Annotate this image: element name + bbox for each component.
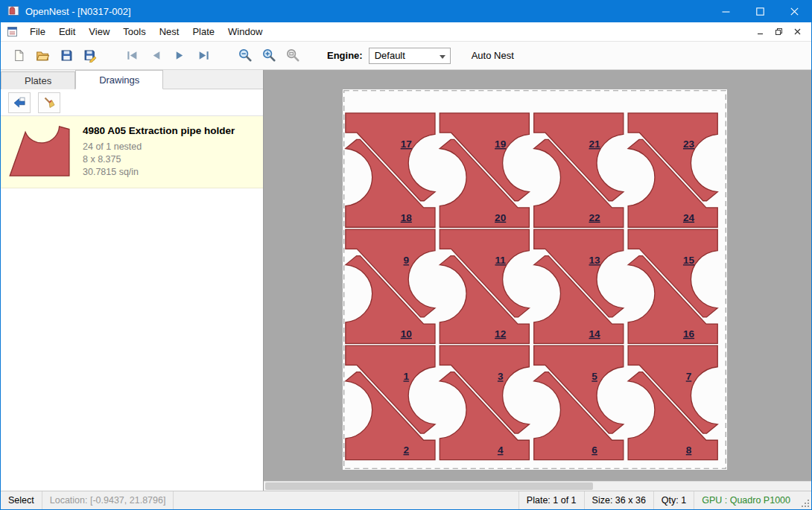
drawing-list-item[interactable]: 4980 A05 Extraction pipe holder 24 of 1 … bbox=[1, 116, 263, 188]
document-window-icon bbox=[7, 26, 18, 37]
part-number: 8 bbox=[686, 444, 692, 456]
part-number: 14 bbox=[589, 328, 601, 340]
open-button[interactable] bbox=[31, 44, 54, 68]
zoom-out-button[interactable] bbox=[233, 44, 257, 68]
scrollbar-thumb[interactable] bbox=[265, 482, 593, 490]
window-minimize-button[interactable] bbox=[708, 0, 743, 22]
clear-drawings-button[interactable] bbox=[38, 92, 60, 113]
part-number: 18 bbox=[401, 212, 413, 223]
part-number: 1 bbox=[403, 371, 409, 382]
load-drawings-button[interactable] bbox=[8, 92, 31, 113]
first-icon bbox=[126, 49, 139, 62]
drawing-nested-count: 24 of 1 nested bbox=[83, 141, 235, 153]
open-folder-icon bbox=[36, 49, 49, 63]
horizontal-scrollbar[interactable] bbox=[264, 481, 811, 491]
main-toolbar: Engine: Default Auto Nest bbox=[1, 42, 811, 70]
part-number: 6 bbox=[591, 444, 597, 456]
auto-nest-button[interactable]: Auto Nest bbox=[467, 47, 518, 64]
grip-icon bbox=[800, 498, 810, 508]
zoom-out-icon bbox=[238, 48, 253, 63]
window-maximize-button[interactable] bbox=[743, 0, 777, 22]
mdi-restore-button[interactable] bbox=[770, 25, 787, 39]
new-button[interactable] bbox=[7, 44, 31, 68]
nest-view[interactable]: 171819202122232491011121314151612345678 bbox=[343, 89, 727, 470]
part-number: 4 bbox=[498, 444, 504, 456]
drawings-toolbar bbox=[1, 89, 263, 116]
status-right: Plate: 1 of 1 Size: 36 x 36 Qty: 1 GPU :… bbox=[518, 491, 811, 509]
engine-value: Default bbox=[375, 50, 405, 61]
sidebar-tabs: Plates Drawings bbox=[1, 70, 263, 89]
save-as-button[interactable] bbox=[78, 44, 102, 68]
resize-grip[interactable] bbox=[798, 491, 811, 509]
window-title: OpenNest - [N0317-002] bbox=[25, 6, 131, 17]
main-area: Plates Drawings bbox=[1, 70, 811, 491]
mdi-minimize-button[interactable] bbox=[752, 25, 768, 39]
tab-plates-label: Plates bbox=[25, 75, 51, 86]
restore-icon bbox=[775, 28, 782, 35]
drawing-size: 8 x 8.375 bbox=[83, 153, 235, 166]
status-mode: Select bbox=[1, 491, 42, 509]
part-thumbnail bbox=[8, 124, 72, 179]
app-window: OpenNest - [N0317-002] File Edit View To… bbox=[0, 0, 812, 510]
nest-plate: 171819202122232491011121314151612345678 bbox=[343, 89, 727, 470]
next-icon bbox=[174, 49, 186, 62]
previous-plate-button[interactable] bbox=[144, 44, 168, 68]
previous-icon bbox=[150, 49, 162, 62]
zoom-in-button[interactable] bbox=[257, 44, 281, 68]
menu-edit[interactable]: Edit bbox=[52, 23, 82, 40]
mdi-close-button[interactable] bbox=[789, 25, 805, 39]
part-number: 2 bbox=[403, 444, 409, 456]
drawings-list: 4980 A05 Extraction pipe holder 24 of 1 … bbox=[1, 116, 263, 491]
part-number: 3 bbox=[498, 371, 504, 382]
last-icon bbox=[197, 49, 210, 62]
nest-canvas[interactable]: 171819202122232491011121314151612345678 bbox=[264, 70, 811, 491]
zoom-in-icon bbox=[262, 48, 276, 63]
engine-select[interactable]: Default bbox=[369, 48, 451, 64]
new-file-icon bbox=[13, 49, 25, 62]
part-number: 19 bbox=[495, 138, 507, 150]
part-number: 5 bbox=[591, 371, 597, 382]
close-icon bbox=[790, 7, 799, 16]
part-number: 7 bbox=[686, 371, 692, 382]
part-number: 23 bbox=[683, 138, 695, 150]
part-number: 22 bbox=[589, 212, 600, 223]
menu-plate[interactable]: Plate bbox=[185, 23, 221, 40]
menu-file[interactable]: File bbox=[23, 23, 52, 40]
menu-view[interactable]: View bbox=[82, 23, 116, 40]
part-number: 12 bbox=[495, 328, 506, 340]
tab-drawings-label: Drawings bbox=[99, 74, 139, 86]
part-number: 20 bbox=[495, 212, 506, 223]
save-button[interactable] bbox=[54, 44, 78, 68]
status-location: Location: [-0.9437, 21.8796] bbox=[42, 491, 174, 509]
zoom-fit-button[interactable] bbox=[281, 44, 305, 68]
tab-plates[interactable]: Plates bbox=[1, 71, 75, 89]
menu-nest[interactable]: Nest bbox=[153, 23, 186, 40]
part-number: 21 bbox=[589, 138, 601, 150]
maximize-icon bbox=[756, 7, 764, 16]
first-plate-button[interactable] bbox=[120, 44, 144, 68]
part-number: 24 bbox=[683, 212, 695, 223]
window-close-button[interactable] bbox=[777, 0, 811, 22]
app-icon bbox=[7, 5, 19, 17]
engine-label: Engine: bbox=[327, 50, 363, 61]
save-icon bbox=[60, 49, 73, 62]
menu-window[interactable]: Window bbox=[221, 23, 269, 40]
status-plate: Plate: 1 of 1 bbox=[518, 491, 584, 509]
menu-tools[interactable]: Tools bbox=[116, 23, 152, 40]
save-edit-icon bbox=[83, 49, 97, 63]
minimize-icon bbox=[757, 28, 764, 35]
tab-drawings[interactable]: Drawings bbox=[75, 70, 163, 89]
drawing-area: 30.7815 sq/in bbox=[83, 166, 235, 179]
last-plate-button[interactable] bbox=[191, 44, 215, 68]
status-gpu: GPU : Quadro P1000 bbox=[694, 491, 798, 509]
drawing-info: 4980 A05 Extraction pipe holder 24 of 1 … bbox=[83, 124, 235, 179]
window-controls bbox=[708, 0, 811, 22]
part-number: 11 bbox=[495, 255, 507, 266]
part-number: 10 bbox=[401, 328, 412, 340]
titlebar: OpenNest - [N0317-002] bbox=[1, 0, 811, 22]
mdi-window-controls bbox=[752, 25, 811, 39]
sidebar: Plates Drawings bbox=[1, 70, 264, 491]
next-plate-button[interactable] bbox=[168, 44, 191, 68]
part-number: 9 bbox=[403, 255, 409, 266]
status-qty: Qty: 1 bbox=[653, 491, 694, 509]
